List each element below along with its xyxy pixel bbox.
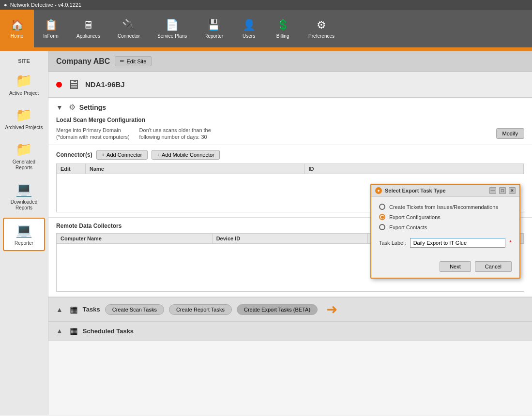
folder-icon-archived: 📁 <box>15 107 32 123</box>
nav-reporter[interactable]: 💾 Reporter <box>196 10 232 47</box>
nav-appliances[interactable]: 🖥 Appliances <box>68 10 109 47</box>
users-icon: 👤 <box>243 19 256 31</box>
select-export-task-modal[interactable]: ● Select Export Task Type — □ ✕ Create T… <box>370 184 520 279</box>
top-nav: 🏠 Home 📋 InForm 🖥 Appliances 🔌 Connector… <box>0 10 532 47</box>
merge-label: Merge into Primary Domain <box>56 127 130 133</box>
create-report-label: Create Report Tasks <box>176 307 225 312</box>
nav-reporter-label: Reporter <box>204 33 223 39</box>
device-status-indicator <box>56 82 62 88</box>
nav-billing-label: Billing <box>276 33 289 39</box>
sidebar-label: SITE <box>3 56 45 66</box>
sidebar-item-archived-projects[interactable]: 📁 Archived Projects <box>3 103 45 134</box>
sidebar-archived-label: Archived Projects <box>5 125 43 131</box>
merge-col-right: Don't use scans older than the following… <box>139 127 211 140</box>
cancel-button[interactable]: Cancel <box>475 261 512 272</box>
folder-icon-generated: 📁 <box>15 141 32 157</box>
task-label-input[interactable] <box>410 238 506 248</box>
nav-home[interactable]: 🏠 Home <box>0 10 34 47</box>
next-button[interactable]: Next <box>440 261 471 272</box>
create-export-tasks-button[interactable]: Create Export Tasks (BETA) <box>237 304 318 315</box>
inform-icon: 📋 <box>45 19 58 31</box>
settings-header: ▼ ⚙ Settings <box>56 103 524 112</box>
dont-use-line1: Don't use scans older than the <box>139 127 211 133</box>
nav-home-label: Home <box>11 33 24 39</box>
device-icon: 🖥 <box>67 76 80 92</box>
modal-footer: Next Cancel <box>371 261 519 278</box>
connectors-title: Connector(s) <box>56 151 92 158</box>
modal-minimize-button[interactable]: — <box>489 187 496 194</box>
radio-contacts-label: Export Contacts <box>389 224 427 230</box>
settings-title: Settings <box>79 104 106 111</box>
app-icon: ● <box>4 2 7 8</box>
col-id: ID <box>305 164 524 174</box>
radio-circle-contacts <box>379 224 385 230</box>
arrow-container: ➜ <box>322 301 337 317</box>
sidebar-item-active-project[interactable]: 📁 Active Project <box>3 69 45 100</box>
modal-restore-button[interactable]: □ <box>499 187 506 194</box>
reporter-icon: 💾 <box>207 19 220 31</box>
add-mobile-connector-button[interactable]: + Add Mobile Connector <box>152 150 220 160</box>
create-export-label: Create Export Tasks (BETA) <box>244 307 310 312</box>
site-name: Company ABC <box>56 57 110 66</box>
site-header: Company ABC ✏ Edit Site <box>48 51 532 72</box>
sidebar-item-reporter[interactable]: 💻 Reporter <box>3 218 45 251</box>
merge-sublabel: (*domain with most computers) <box>56 134 130 140</box>
title-bar: ● Network Detective - v4.0.1221 <box>0 0 532 10</box>
settings-gear-icon: ⚙ <box>69 103 76 112</box>
settings-section: ▼ ⚙ Settings Local Scan Merge Configurat… <box>48 98 532 145</box>
monitor-icon-downloaded: 💻 <box>15 181 32 197</box>
radio-configs-label: Export Configurations <box>389 214 441 220</box>
dont-use-line2: following number of days: 30 <box>139 134 211 140</box>
nav-service-plans-label: Service Plans <box>157 33 187 39</box>
nav-connector[interactable]: 🔌 Connector <box>109 10 149 47</box>
col-edit: Edit <box>57 164 86 174</box>
edit-site-label: Edit Site <box>126 59 146 64</box>
required-star: * <box>509 239 512 246</box>
radio-dot-configs <box>381 216 384 219</box>
nav-preferences[interactable]: ⚙ Preferences <box>300 10 343 47</box>
edit-site-button[interactable]: ✏ Edit Site <box>115 56 152 66</box>
tasks-collapse-btn[interactable]: ▲ <box>56 306 63 313</box>
add-mobile-label: Add Mobile Connector <box>162 152 214 158</box>
settings-collapse-btn[interactable]: ▼ <box>56 104 63 111</box>
nav-users[interactable]: 👤 Users <box>232 10 266 47</box>
nav-service-plans[interactable]: 📄 Service Plans <box>149 10 196 47</box>
scheduled-tasks-bar: ▲ ▦ Scheduled Tasks <box>48 322 532 341</box>
monitor-icon-reporter: 💻 <box>15 223 32 238</box>
device-row: 🖥 NDA1-96BJ <box>48 72 532 98</box>
modal-title-area: ● Select Export Task Type <box>375 187 446 194</box>
radio-create-tickets[interactable]: Create Tickets from Issues/Recommendatio… <box>379 204 512 210</box>
modify-button[interactable]: Modify <box>496 128 524 139</box>
tasks-title: Tasks <box>83 306 100 313</box>
nav-users-label: Users <box>243 33 255 39</box>
radio-export-configs[interactable]: Export Configurations <box>379 214 512 220</box>
radio-group: Create Tickets from Issues/Recommendatio… <box>379 204 512 230</box>
sidebar-item-generated-reports[interactable]: 📁 Generated Reports <box>3 137 45 175</box>
add-connector-button[interactable]: + Add Connector <box>96 150 148 160</box>
scheduled-collapse-btn[interactable]: ▲ <box>56 327 63 335</box>
create-scan-tasks-button[interactable]: Create Scan Tasks <box>105 304 164 315</box>
nav-inform[interactable]: 📋 InForm <box>34 10 68 47</box>
billing-icon: 💲 <box>276 19 289 31</box>
create-scan-label: Create Scan Tasks <box>112 307 157 312</box>
radio-export-contacts[interactable]: Export Contacts <box>379 224 512 230</box>
radio-tickets-label: Create Tickets from Issues/Recommendatio… <box>389 204 498 210</box>
modal-titlebar: ● Select Export Task Type — □ ✕ <box>371 185 519 197</box>
sidebar: SITE 📁 Active Project 📁 Archived Project… <box>0 51 48 415</box>
col-name: Name <box>86 164 305 174</box>
modal-close-button[interactable]: ✕ <box>509 187 516 194</box>
nav-billing[interactable]: 💲 Billing <box>266 10 300 47</box>
sidebar-downloaded-label: Downloaded Reports <box>5 199 43 211</box>
create-report-tasks-button[interactable]: Create Report Tasks <box>169 304 232 315</box>
modal-logo-icon: ● <box>375 187 382 194</box>
merge-config: Merge into Primary Domain (*domain with … <box>56 127 524 140</box>
connectors-header: Connector(s) + Add Connector + Add Mobil… <box>56 150 524 160</box>
edit-icon: ✏ <box>120 58 124 64</box>
nav-connector-label: Connector <box>118 33 140 39</box>
scheduled-tasks-title: Scheduled Tasks <box>83 327 134 335</box>
connector-icon: 🔌 <box>122 19 135 31</box>
sidebar-item-downloaded-reports[interactable]: 💻 Downloaded Reports <box>3 178 45 215</box>
radio-circle-configs <box>379 214 385 220</box>
task-label-text: Task Label: <box>379 240 406 246</box>
app-title: Network Detective - v4.0.1221 <box>10 2 81 8</box>
